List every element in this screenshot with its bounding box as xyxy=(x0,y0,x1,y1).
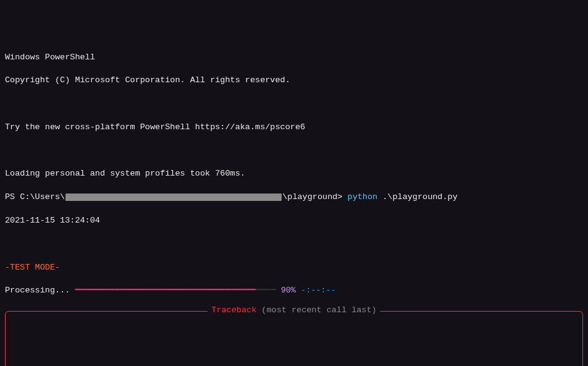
progress-percent: 90% xyxy=(281,286,296,295)
prompt-line-1[interactable]: PS C:\Users\\playground> python .\playgr… xyxy=(5,192,583,203)
timestamp: 2021-11-15 13:24:04 xyxy=(5,215,583,227)
ps-header-3: Try the new cross-platform PowerShell ht… xyxy=(5,122,583,134)
prompt-suffix: \playground> xyxy=(282,192,347,202)
prompt-prefix: PS C:\Users\ xyxy=(5,192,65,202)
traceback-box: Traceback (most recent call last) C:\Use… xyxy=(5,311,583,366)
command-python: python xyxy=(348,192,378,202)
command-arg: .\playground.py xyxy=(377,192,458,202)
traceback-title: Traceback (most recent call last) xyxy=(208,305,380,317)
redacted-path xyxy=(65,194,282,201)
progress-label: Processing... xyxy=(5,286,75,295)
progress-empty: ━━━━ xyxy=(256,286,276,295)
progress-eta: -:--:-- xyxy=(296,286,336,295)
ps-header-4: Loading personal and system profiles too… xyxy=(5,168,583,180)
ps-header-1: Windows PowerShell xyxy=(5,52,583,64)
progress-fill: ━━━━━━━━━━━━━━━━━━━━━━━━━━━━━━━━━━━━ xyxy=(75,286,256,295)
test-mode-label: -TEST MODE- xyxy=(5,262,583,274)
progress-bar: Processing... ━━━━━━━━━━━━━━━━━━━━━━━━━━… xyxy=(5,285,583,297)
ps-header-2: Copyright (C) Microsoft Corporation. All… xyxy=(5,75,583,87)
